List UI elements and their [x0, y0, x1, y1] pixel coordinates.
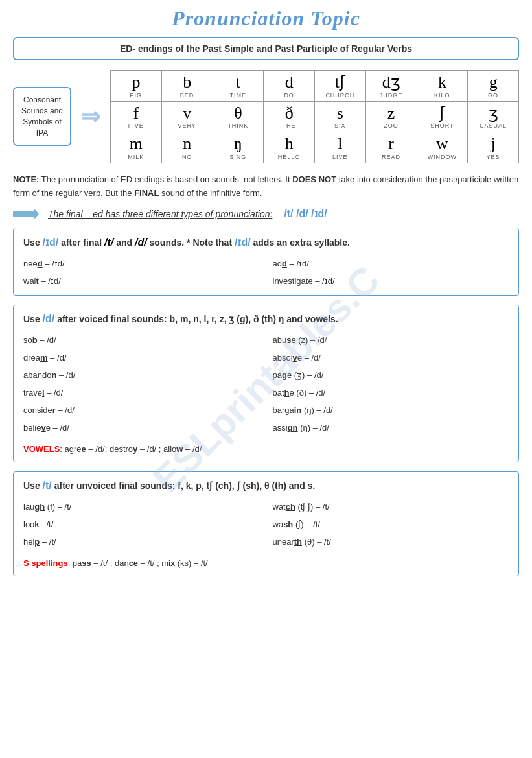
- section-id-words: need – /ɪd/ add – /ɪd/ wait – /ɪd/ inves…: [23, 257, 509, 287]
- ipa-cell: pPIG: [111, 71, 162, 102]
- ipa-cell: ŋSING: [213, 132, 264, 163]
- word-page: page (ʒ) – /d/: [273, 369, 509, 381]
- word-help: help – /t/: [23, 536, 260, 548]
- word-assign: assign (ŋ) – /d/: [273, 421, 509, 434]
- word-add: add – /ɪd/: [273, 257, 509, 270]
- word-wait: wait – /ɪd/: [23, 275, 260, 287]
- word-absolve: absolve – /d/: [273, 351, 509, 364]
- section-t-header: Use /t/ after unvoiced final sounds: f, …: [23, 480, 509, 492]
- word-believe: believe – /d/: [23, 421, 260, 434]
- word-need: need – /ɪd/: [23, 257, 260, 270]
- ipa-cell: rREAD: [365, 132, 417, 163]
- word-look: look –/t/: [23, 518, 260, 530]
- ipa-cell: sSIX: [315, 101, 366, 132]
- ipa-cell: tʃCHURCH: [315, 71, 366, 102]
- s-spellings-line: S spellings: pass – /t/ ; dance – /t/ ; …: [23, 558, 509, 568]
- ipa-cell: ʃSHORT: [417, 101, 468, 132]
- word-travel: travel – /d/: [23, 386, 260, 399]
- word-bathe: bathe (ð) – /d/: [273, 386, 509, 399]
- page-title: Pronunciation Topic: [13, 6, 519, 30]
- ipa-cell: dDO: [264, 71, 315, 102]
- ipa-cell: dʒJUDGE: [365, 71, 417, 102]
- word-abuse: abuse (z) – /d/: [273, 334, 509, 346]
- word-abandon: abandon – /d/: [23, 369, 260, 381]
- word-sob: sob – /d/: [23, 334, 260, 346]
- ipa-section: Consonant Sounds and Symbols of IPA ⇒ pP…: [13, 70, 519, 163]
- final-ed-line: The final – ed has three different types…: [13, 207, 519, 220]
- ipa-cell: ʒCASUAL: [468, 101, 519, 132]
- pronunciation-types: /t/ /d/ /ɪd/: [284, 207, 327, 220]
- word-wash: wash (ʃ) – /t/: [273, 518, 509, 530]
- consonant-label: Consonant Sounds and Symbols of IPA: [13, 87, 71, 146]
- section-t-box: Use /t/ after unvoiced final sounds: f, …: [13, 471, 519, 576]
- section-id-header: Use /ɪd/ after final /t/ and /d/ sounds.…: [23, 236, 509, 248]
- ipa-table: pPIGbBEDtTIMEdDOtʃCHURCHdʒJUDGEkKILOgGOf…: [110, 70, 519, 163]
- word-unearth: unearth (θ) – /t/: [273, 536, 509, 548]
- ipa-cell: vVERY: [161, 101, 213, 132]
- flat-arrow-icon: [13, 208, 39, 220]
- ipa-cell: lLIVE: [315, 132, 366, 163]
- ipa-cell: hHELLO: [264, 132, 315, 163]
- section-id-box: Use /ɪd/ after final /t/ and /d/ sounds.…: [13, 228, 519, 296]
- section-d-box: Use /d/ after voiced final sounds: b, m,…: [13, 305, 519, 462]
- section-t-words: laugh (f) – /t/ watch (tʃ ʃ) – /t/ look …: [23, 501, 509, 568]
- word-bargain: bargain (ŋ) – /d/: [273, 404, 509, 416]
- ipa-cell: mMILK: [111, 132, 162, 163]
- section-d-header: Use /d/ after voiced final sounds: b, m,…: [23, 313, 509, 325]
- vowels-line: VOWELS: agree – /d/; destroy – /d/ ; all…: [23, 444, 509, 454]
- ipa-cell: fFIVE: [111, 101, 162, 132]
- ipa-cell: gGO: [468, 71, 519, 102]
- ipa-cell: tTIME: [213, 71, 264, 102]
- ipa-cell: wWINDOW: [417, 132, 468, 163]
- word-investigate: investigate – /ɪd/: [273, 275, 509, 287]
- note-text: NOTE: The pronunciation of ED endings is…: [13, 173, 519, 200]
- ipa-cell: jYES: [468, 132, 519, 163]
- ipa-cell: θTHINK: [213, 101, 264, 132]
- word-laugh: laugh (f) – /t/: [23, 501, 260, 513]
- ipa-cell: kKILO: [417, 71, 468, 102]
- word-dream: dream – /d/: [23, 351, 260, 364]
- section-d-words: sob – /d/ abuse (z) – /d/ dream – /d/ ab…: [23, 334, 509, 454]
- ipa-cell: bBED: [161, 71, 213, 102]
- ipa-cell: ðTHE: [264, 101, 315, 132]
- subtitle-box: ED- endings of the Past Simple and Past …: [13, 37, 519, 60]
- right-arrow-icon: ⇒: [81, 103, 100, 130]
- ipa-cell: nNO: [161, 132, 213, 163]
- ipa-cell: zZOO: [365, 101, 417, 132]
- word-watch: watch (tʃ ʃ) – /t/: [273, 501, 509, 513]
- word-consider: consider – /d/: [23, 404, 260, 416]
- final-ed-text: The final – ed has three different types…: [48, 209, 272, 219]
